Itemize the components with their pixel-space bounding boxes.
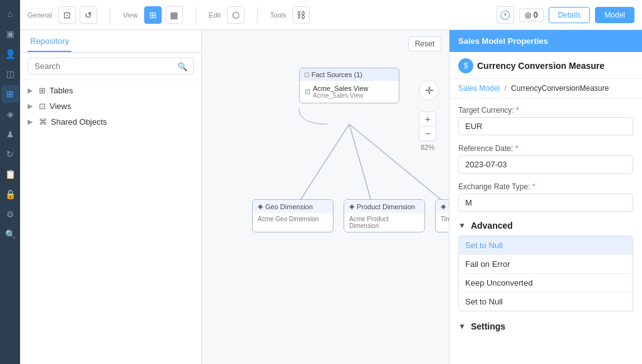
toolbar-refresh[interactable]: ↺ (80, 6, 97, 24)
canvas-area: Reset ✛ + − 82% (202, 30, 449, 364)
chevron-icon-views: ▶ (28, 102, 35, 110)
settings-section-header[interactable]: ▼ Settings (458, 321, 633, 331)
badge-icon: ◎ (525, 11, 531, 19)
time-sub: Time Dimension · Day (436, 213, 449, 225)
product-sub: Acme Product Dimension (344, 213, 424, 232)
breadcrumb-link[interactable]: Sales Model (458, 84, 500, 93)
fact-source-row-sub: Acme_Sales View (313, 92, 368, 99)
dropdown-menu: Set to Null Fail on Error Keep Unconvert… (458, 236, 633, 311)
exchange-rate-input[interactable] (458, 194, 633, 212)
toolbar: General ⊡ ↺ View ⊞ ▦ Edit ⬡ Tools ⛓ 🕐 ◎ … (20, 0, 642, 30)
right-panel: Sales Model Properties $ Currency Conver… (449, 30, 642, 364)
fact-source-row-icon: ⊡ (305, 88, 310, 96)
tree-item-views[interactable]: ▶ ⊡ Views (20, 98, 201, 114)
target-currency-label: Target Currency: * (458, 106, 633, 115)
tree-item-shared-objects[interactable]: ▶ ⌘ Shared Objects (20, 114, 201, 130)
exchange-rate-label: Exchange Rate Type: * (458, 182, 633, 191)
chevron-icon: ▶ (28, 86, 35, 95)
dim-node-product[interactable]: ◈ Product Dimension Acme Product Dimensi… (344, 199, 425, 232)
sidebar-icon-book[interactable]: 📋 (1, 165, 19, 183)
dim-node-geo[interactable]: ◈ Geo Dimension Acme Geo Dimension (252, 199, 334, 232)
fact-source-title: Fact Sources (1) (312, 71, 362, 78)
time-label: Time Dimensions (448, 203, 449, 211)
panel-content: Target Currency: * Reference Date: * (450, 98, 642, 364)
main-wrapper: General ⊡ ↺ View ⊞ ▦ Edit ⬡ Tools ⛓ 🕐 ◎ … (20, 0, 642, 364)
product-icon: ◈ (349, 202, 354, 211)
toolbar-history[interactable]: 🕐 (497, 6, 514, 24)
zoom-level: 82% (419, 143, 436, 151)
dropdown-item-fail-on-error[interactable]: Fail on Error (459, 255, 633, 274)
zoom-control-panel: + − (419, 112, 436, 141)
nav-pan-control[interactable]: ✛ (419, 80, 439, 100)
sidebar-icon-grid[interactable]: ⊞ (1, 85, 19, 103)
toolbar-right: 🕐 ◎ 0 Details Model (497, 6, 634, 24)
sidebar-icon-loop[interactable]: ↻ (1, 145, 19, 163)
reset-button[interactable]: Reset (408, 36, 441, 51)
dropdown-item-keep-unconverted[interactable]: Keep Unconverted (459, 274, 633, 293)
sidebar-icon-search[interactable]: 🔍 (1, 226, 19, 243)
settings-title: Settings (471, 321, 505, 331)
sidebar-icon-users[interactable]: 👤 (1, 45, 19, 63)
panel-header: Sales Model Properties (450, 30, 642, 52)
toolbar-badge: ◎ 0 (519, 8, 544, 22)
breadcrumb-separator: / (504, 84, 506, 93)
fact-source-header: □ Fact Sources (1) (300, 68, 399, 81)
details-button[interactable]: Details (549, 7, 591, 23)
toolbar-connect[interactable]: ⛓ (292, 6, 310, 24)
model-button[interactable]: Model (595, 7, 634, 23)
zoom-in-button[interactable]: + (419, 112, 436, 126)
geo-icon: ◈ (258, 202, 263, 211)
reference-date-input[interactable] (458, 155, 633, 174)
toolbar-view-toggle[interactable]: ⊡ (58, 6, 76, 24)
toolbar-edit-label: Edit (209, 11, 221, 19)
dropdown-item-set-null-2[interactable]: Set to Null (459, 293, 633, 311)
toolbar-export[interactable]: ⬡ (227, 6, 245, 24)
toolbar-view-group: View ⊞ ▦ (123, 6, 183, 24)
zoom-controls: + − 82% (419, 112, 436, 151)
geo-sub: Acme Geo Dimension (253, 213, 333, 225)
required-marker-2: * (515, 144, 518, 153)
reference-date-label: Reference Date: * (458, 144, 633, 153)
search-bar: 🔍 (20, 53, 201, 80)
sidebar-icon-settings[interactable]: ⚙ (1, 205, 19, 223)
sidebar-icon-home[interactable]: ⌂ (1, 5, 19, 23)
dropdown-item-set-null-1[interactable]: Set to Null (459, 236, 633, 255)
dim-node-time[interactable]: ◈ Time Dimensions Time Dimension · Day (435, 199, 449, 232)
sidebar-icon-database[interactable]: ◈ (1, 105, 19, 123)
nav-control-area: ✛ (419, 80, 439, 100)
repo-tabs: Repository (20, 30, 201, 53)
zoom-out-button[interactable]: − (419, 127, 436, 140)
toolbar-tools-group: Tools ⛓ (270, 6, 310, 24)
sidebar-icon-chart[interactable]: ◫ (1, 65, 19, 83)
fact-source-node[interactable]: □ Fact Sources (1) ⊡ Acme_Sales View Acm… (299, 68, 399, 103)
entity-title: Currency Conversion Measure (477, 61, 604, 71)
panel-title-row: $ Currency Conversion Measure (450, 52, 642, 79)
tab-repository[interactable]: Repository (28, 30, 71, 52)
view-icon: ⊡ (39, 101, 46, 111)
share-icon: ⌘ (39, 117, 47, 127)
tree-item-tables[interactable]: ▶ ⊞ Tables (20, 83, 201, 98)
advanced-section-header[interactable]: ▼ Advanced (458, 221, 633, 231)
settings-chevron: ▼ (458, 322, 466, 331)
toolbar-diagram-view[interactable]: ⊞ (144, 6, 162, 24)
toolbar-table-view[interactable]: ▦ (166, 6, 183, 24)
sidebar-icon-lock[interactable]: 🔒 (1, 185, 19, 203)
toolbar-sep-2 (196, 8, 196, 23)
entity-icon-circle: $ (458, 58, 473, 73)
required-marker: * (516, 106, 519, 115)
dropdown-wrapper: Set to Null Fail on Error Keep Unconvert… (458, 236, 633, 311)
target-currency-input[interactable] (458, 117, 633, 135)
product-label: Product Dimension (357, 203, 415, 211)
toolbar-tools-label: Tools (270, 11, 287, 19)
sidebar-icon-file[interactable]: ▣ (1, 25, 19, 43)
search-input[interactable] (28, 58, 194, 75)
tree-area: ▶ ⊞ Tables ▶ ⊡ Views ▶ ⌘ Shared Objects (20, 80, 201, 364)
toolbar-sep-3 (257, 8, 258, 23)
toolbar-sep-1 (110, 8, 110, 23)
fact-source-icon: □ (305, 71, 309, 78)
toolbar-general-group: General ⊡ ↺ (28, 6, 97, 24)
sidebar-icon-person[interactable]: ♟ (1, 125, 19, 143)
repo-panel: Repository 🔍 ▶ ⊞ Tables ▶ ⊡ Views ▶ (20, 30, 202, 364)
advanced-chevron: ▼ (458, 221, 466, 230)
canvas-controls: Reset (408, 36, 441, 51)
